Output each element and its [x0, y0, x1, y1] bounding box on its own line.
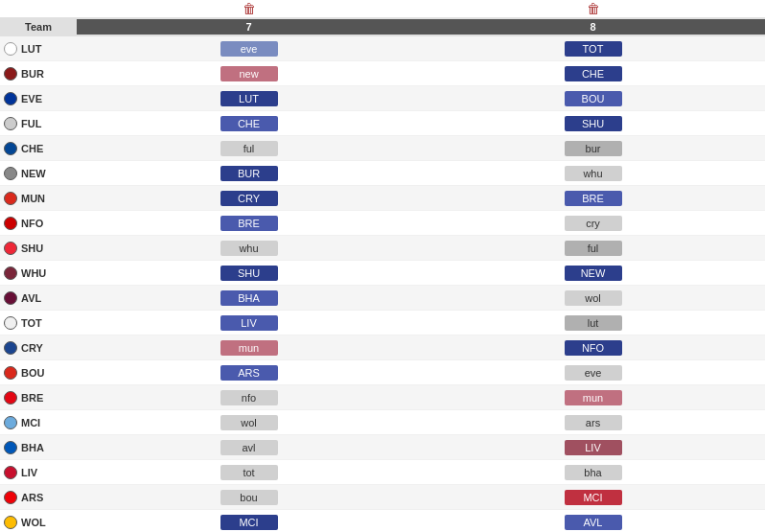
table-row: FULCHESHU: [0, 111, 765, 136]
team-cell: LUT: [0, 42, 77, 56]
table-row: LUTeveTOT: [0, 36, 765, 61]
fixture-bar[interactable]: wol: [565, 290, 622, 306]
team-icon: [4, 391, 17, 405]
fixture-bar[interactable]: BUR: [220, 166, 278, 181]
team-icon: [4, 217, 17, 230]
fixture-bar[interactable]: mun: [565, 390, 622, 405]
team-cell: CHE: [0, 142, 77, 155]
gw8-fixture: mun: [421, 385, 765, 409]
gw7-fixture: SHU: [77, 261, 421, 285]
fixture-bar[interactable]: wol: [220, 415, 278, 430]
fixture-bar[interactable]: mun: [220, 340, 278, 356]
team-cell: BOU: [0, 366, 77, 380]
fixture-bar[interactable]: nfo: [220, 390, 278, 405]
fixture-bar[interactable]: BOU: [565, 91, 622, 106]
table-row: AVLBHAwol: [0, 286, 765, 311]
team-label: FUL: [21, 118, 41, 129]
gw7-header: 7: [77, 19, 421, 35]
fixture-bar[interactable]: SHU: [220, 266, 278, 281]
team-cell: NEW: [0, 167, 77, 180]
gw7-trash-icon[interactable]: 🗑: [243, 1, 256, 16]
team-icon: [4, 67, 17, 81]
gw7-fixture: nfo: [77, 385, 421, 409]
team-cell: WHU: [0, 266, 77, 280]
table-row: WOLMCIAVL: [0, 510, 765, 532]
fixture-bar[interactable]: BRE: [565, 191, 622, 206]
team-cell: WOL: [0, 516, 77, 529]
fixture-bar[interactable]: bur: [565, 141, 622, 156]
fixture-bar[interactable]: CHE: [220, 116, 278, 131]
fixture-bar[interactable]: avl: [220, 440, 278, 455]
fixture-bar[interactable]: lut: [565, 315, 622, 331]
fixture-bar[interactable]: ARS: [220, 365, 278, 381]
fixture-bar[interactable]: cry: [565, 216, 622, 231]
fixture-bar[interactable]: MCI: [220, 515, 278, 530]
team-cell: AVL: [0, 291, 77, 305]
gw7-fixture: BHA: [77, 286, 421, 310]
gw8-fixture: TOT: [421, 36, 765, 60]
gw8-label: 8: [590, 21, 595, 33]
fixture-bar[interactable]: tot: [220, 465, 278, 480]
fixture-bar[interactable]: BHA: [220, 290, 278, 306]
fixture-bar[interactable]: MCI: [565, 490, 622, 505]
fixture-bar[interactable]: bha: [565, 465, 622, 480]
fixture-bar[interactable]: ars: [565, 415, 622, 430]
gw7-fixture: eve: [77, 36, 421, 60]
gw7-fixture: BRE: [77, 211, 421, 235]
team-cell: BUR: [0, 67, 77, 81]
team-icon: [4, 242, 17, 255]
team-icon: [4, 466, 17, 479]
gw8-trash-icon[interactable]: 🗑: [587, 1, 600, 16]
table-row: EVELUTBOU: [0, 86, 765, 111]
team-icon: [4, 491, 17, 504]
fixture-bar[interactable]: eve: [220, 41, 278, 57]
team-label: NFO: [21, 218, 43, 229]
team-cell: CRY: [0, 341, 77, 355]
fixture-bar[interactable]: CRY: [220, 191, 278, 206]
fixture-bar[interactable]: TOT: [565, 41, 622, 57]
team-label: MUN: [21, 193, 45, 204]
team-icon: [4, 167, 17, 180]
fixture-bar[interactable]: LUT: [220, 91, 278, 106]
gw8-fixture: cry: [421, 211, 765, 235]
fixture-bar[interactable]: NEW: [565, 266, 622, 281]
fixture-bar[interactable]: BRE: [220, 216, 278, 231]
team-cell: MCI: [0, 416, 77, 429]
team-cell: TOT: [0, 316, 77, 330]
team-label: WOL: [21, 517, 46, 528]
team-cell: ARS: [0, 491, 77, 504]
fixture-bar[interactable]: eve: [565, 365, 622, 381]
gw7-trash-area[interactable]: 🗑: [77, 1, 421, 16]
team-icon: [4, 291, 17, 305]
fixture-bar[interactable]: bou: [220, 490, 278, 505]
fixture-bar[interactable]: CHE: [565, 66, 622, 81]
table-row: NFOBREcry: [0, 211, 765, 236]
gw7-fixture: wol: [77, 410, 421, 434]
team-label: MCI: [21, 417, 40, 428]
fixture-bar[interactable]: whu: [220, 241, 278, 256]
team-cell: FUL: [0, 117, 77, 130]
fixture-bar[interactable]: ful: [565, 241, 622, 256]
gw7-fixture: tot: [77, 460, 421, 484]
table-row: CRYmunNFO: [0, 335, 765, 360]
fixture-bar[interactable]: NFO: [565, 340, 622, 356]
table-row: TOTLIVlut: [0, 311, 765, 335]
fixture-bar[interactable]: LIV: [220, 315, 278, 331]
fixture-bar[interactable]: whu: [565, 166, 622, 181]
team-label: CRY: [21, 342, 43, 354]
gw7-fixture: LUT: [77, 86, 421, 110]
fixture-bar[interactable]: new: [220, 66, 278, 81]
team-label: WHU: [21, 267, 46, 279]
fixture-bar[interactable]: LIV: [565, 440, 622, 455]
fixture-bar[interactable]: AVL: [565, 515, 622, 530]
table-row: BHAavlLIV: [0, 435, 765, 460]
table-row: SHUwhuful: [0, 236, 765, 261]
gw8-fixture: whu: [421, 161, 765, 185]
gw8-fixture: bha: [421, 460, 765, 484]
team-cell: NFO: [0, 217, 77, 230]
team-header: Team: [0, 21, 77, 33]
gw7-fixture: LIV: [77, 311, 421, 335]
fixture-bar[interactable]: ful: [220, 141, 278, 156]
gw8-trash-area[interactable]: 🗑: [421, 1, 765, 16]
fixture-bar[interactable]: SHU: [565, 116, 622, 131]
